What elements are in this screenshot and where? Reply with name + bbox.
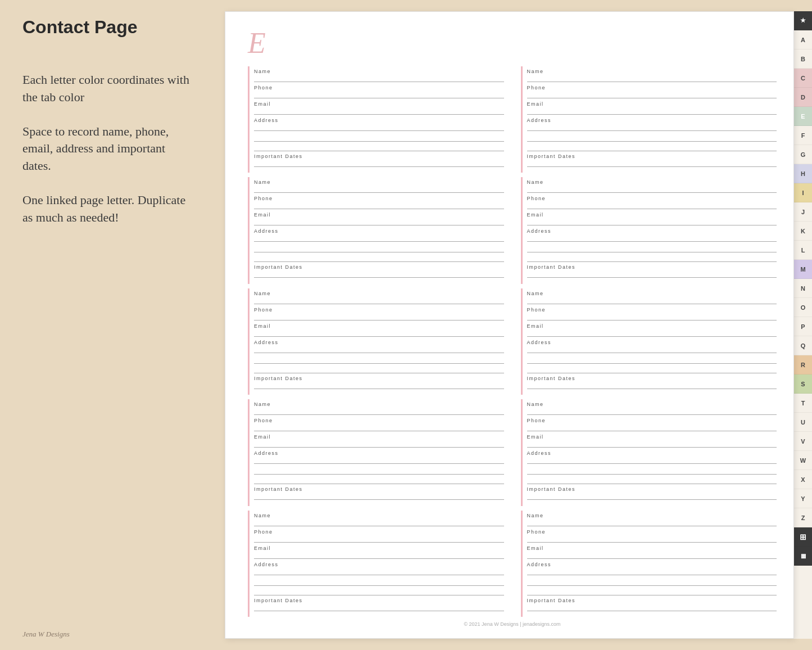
tab-p[interactable]: P — [794, 317, 812, 336]
name-field: Name — [254, 179, 504, 195]
tab-j[interactable]: J — [794, 202, 812, 222]
tab-r[interactable]: R — [794, 355, 812, 374]
contact-entry: Name Phone Email Address — [248, 177, 504, 283]
tab-e[interactable]: E — [794, 107, 812, 126]
tab-n[interactable]: N — [794, 279, 812, 298]
email-line — [254, 218, 504, 225]
tab-i[interactable]: I — [794, 183, 812, 202]
extra-lines — [254, 578, 504, 595]
email-field: Email — [527, 212, 777, 227]
phone-field: Phone — [254, 529, 504, 544]
extra-line-1 — [254, 578, 504, 586]
name-line — [254, 185, 504, 193]
tab-h[interactable]: H — [794, 164, 812, 183]
name-line — [527, 296, 777, 304]
phone-line — [527, 91, 777, 98]
name-field: Name — [527, 513, 777, 528]
extra-line-2 — [527, 476, 777, 484]
contact-entry: Name Phone Email Address — [248, 511, 504, 617]
address-field: Address — [527, 340, 777, 355]
email-line — [527, 440, 777, 448]
contact-entry: Name Phone Email Address — [248, 288, 504, 395]
tab-k[interactable]: K — [794, 222, 812, 241]
tab-t[interactable]: T — [794, 394, 812, 413]
tab-q[interactable]: Q — [794, 336, 812, 355]
phone-line — [254, 423, 504, 431]
important-dates-line — [254, 159, 504, 167]
tab-s[interactable]: S — [794, 374, 812, 394]
important-dates-label: Important Dates — [527, 154, 777, 159]
tab-v[interactable]: V — [794, 432, 812, 451]
address-line — [527, 456, 777, 464]
address-field: Address — [254, 340, 504, 355]
phone-field: Phone — [527, 196, 777, 211]
email-line — [254, 551, 504, 559]
description-1: Each letter color coordinates with the t… — [22, 71, 191, 106]
contact-entry: Name Phone Email Address — [248, 399, 504, 505]
email-field: Email — [527, 101, 777, 116]
tab-▦[interactable]: ▦ — [794, 547, 812, 566]
extra-line-1 — [527, 245, 777, 252]
important-dates-line — [254, 270, 504, 278]
address-line — [527, 345, 777, 353]
tab-a[interactable]: A — [794, 30, 812, 49]
extra-line-1 — [527, 134, 777, 142]
extra-lines — [254, 134, 504, 151]
tab-y[interactable]: Y — [794, 489, 812, 508]
tab-z[interactable]: Z — [794, 508, 812, 527]
tab-c[interactable]: C — [794, 69, 812, 88]
desc-block-2: Space to record name, phone, email, addr… — [22, 123, 191, 175]
tab-★[interactable]: ★ — [794, 11, 812, 30]
extra-line-1 — [527, 578, 777, 586]
tab-x[interactable]: X — [794, 470, 812, 489]
tab-g[interactable]: G — [794, 145, 812, 164]
tab-f[interactable]: F — [794, 126, 812, 145]
extra-line-1 — [527, 467, 777, 475]
name-line — [527, 518, 777, 526]
important-dates-line — [527, 159, 777, 167]
important-dates-label: Important Dates — [254, 598, 504, 603]
email-line — [527, 107, 777, 115]
tab-u[interactable]: U — [794, 413, 812, 432]
name-line — [527, 185, 777, 193]
extra-line-1 — [254, 134, 504, 142]
extra-lines — [254, 467, 504, 484]
address-line — [254, 567, 504, 575]
name-line — [527, 74, 777, 82]
extra-lines — [254, 356, 504, 373]
extra-line-2 — [254, 254, 504, 262]
phone-field: Phone — [527, 529, 777, 544]
tab-o[interactable]: O — [794, 298, 812, 317]
tab-m[interactable]: M — [794, 260, 812, 279]
important-dates-line — [527, 270, 777, 278]
name-field: Name — [254, 291, 504, 306]
phone-field: Phone — [254, 196, 504, 211]
extra-line-1 — [254, 245, 504, 252]
tab-w[interactable]: W — [794, 451, 812, 470]
description-2: Space to record name, phone, email, addr… — [22, 123, 191, 175]
address-field: Address — [527, 118, 777, 133]
tab-⊞[interactable]: ⊞ — [794, 527, 812, 547]
name-line — [254, 518, 504, 526]
contacts-grid: Name Phone Email Address — [248, 66, 777, 617]
name-field: Name — [527, 69, 777, 84]
tab-l[interactable]: L — [794, 241, 812, 260]
address-line — [527, 567, 777, 575]
tab-b[interactable]: B — [794, 49, 812, 69]
name-field: Name — [527, 291, 777, 306]
important-dates-line — [254, 492, 504, 500]
name-field: Name — [254, 69, 504, 84]
address-field: Address — [254, 118, 504, 133]
name-line — [254, 74, 504, 82]
extra-lines — [527, 134, 777, 151]
important-dates-line — [527, 492, 777, 500]
address-line — [527, 234, 777, 242]
address-line — [254, 123, 504, 131]
contact-entry: Name Phone Email Address — [248, 66, 504, 173]
extra-lines — [254, 245, 504, 262]
phone-line — [254, 201, 504, 209]
extra-line-2 — [527, 143, 777, 151]
tab-d[interactable]: D — [794, 88, 812, 107]
important-dates-label: Important Dates — [254, 486, 504, 492]
address-line — [254, 456, 504, 464]
